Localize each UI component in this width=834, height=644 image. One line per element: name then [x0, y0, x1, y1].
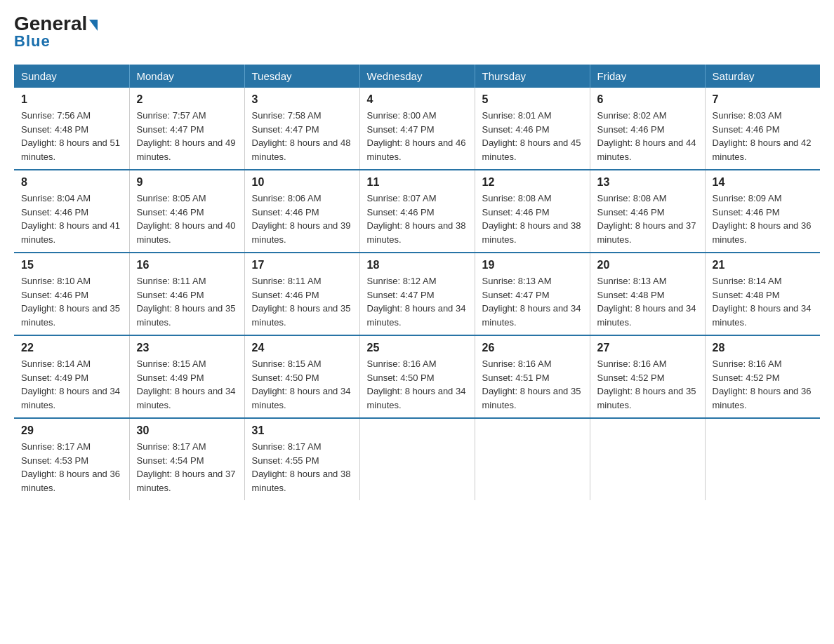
day-info: Sunrise: 8:09 AMSunset: 4:46 PMDaylight:… — [713, 192, 814, 246]
day-number: 5 — [482, 93, 583, 106]
day-number: 27 — [597, 342, 698, 354]
day-cell: 26Sunrise: 8:16 AMSunset: 4:51 PMDayligh… — [475, 335, 590, 418]
day-info: Sunrise: 8:00 AMSunset: 4:47 PMDaylight:… — [367, 109, 468, 163]
day-number: 31 — [252, 424, 352, 437]
day-cell: 12Sunrise: 8:08 AMSunset: 4:46 PMDayligh… — [475, 170, 590, 253]
day-info: Sunrise: 8:07 AMSunset: 4:46 PMDaylight:… — [367, 192, 468, 246]
week-row-2: 8Sunrise: 8:04 AMSunset: 4:46 PMDaylight… — [14, 170, 820, 253]
day-info: Sunrise: 8:03 AMSunset: 4:46 PMDaylight:… — [713, 109, 814, 163]
day-cell: 27Sunrise: 8:16 AMSunset: 4:52 PMDayligh… — [590, 335, 705, 418]
day-info: Sunrise: 8:08 AMSunset: 4:46 PMDaylight:… — [597, 192, 698, 246]
day-cell: 21Sunrise: 8:14 AMSunset: 4:48 PMDayligh… — [705, 253, 820, 335]
day-number: 26 — [482, 342, 583, 354]
day-info: Sunrise: 8:16 AMSunset: 4:52 PMDaylight:… — [597, 357, 698, 412]
day-cell: 18Sunrise: 8:12 AMSunset: 4:47 PMDayligh… — [359, 253, 475, 335]
day-info: Sunrise: 8:05 AMSunset: 4:46 PMDaylight:… — [137, 192, 237, 246]
day-cell: 24Sunrise: 8:15 AMSunset: 4:50 PMDayligh… — [244, 335, 359, 418]
col-header-tuesday: Tuesday — [244, 65, 359, 88]
day-number: 29 — [21, 424, 122, 437]
day-number: 9 — [137, 176, 237, 189]
day-number: 28 — [713, 342, 814, 354]
day-cell — [359, 418, 475, 500]
day-number: 1 — [21, 93, 122, 106]
col-header-sunday: Sunday — [14, 65, 129, 88]
col-header-friday: Friday — [590, 65, 705, 88]
day-cell: 20Sunrise: 8:13 AMSunset: 4:48 PMDayligh… — [590, 253, 705, 335]
day-number: 8 — [21, 176, 122, 189]
day-number: 24 — [252, 342, 352, 354]
day-cell: 2Sunrise: 7:57 AMSunset: 4:47 PMDaylight… — [129, 88, 244, 170]
day-cell: 11Sunrise: 8:07 AMSunset: 4:46 PMDayligh… — [359, 170, 475, 253]
day-cell: 28Sunrise: 8:16 AMSunset: 4:52 PMDayligh… — [705, 335, 820, 418]
day-info: Sunrise: 8:11 AMSunset: 4:46 PMDaylight:… — [252, 274, 352, 329]
logo-line2: Blue — [14, 32, 51, 51]
day-cell: 8Sunrise: 8:04 AMSunset: 4:46 PMDaylight… — [14, 170, 129, 253]
day-number: 23 — [137, 342, 237, 354]
day-number: 12 — [482, 176, 583, 189]
day-cell: 6Sunrise: 8:02 AMSunset: 4:46 PMDaylight… — [590, 88, 705, 170]
day-cell: 10Sunrise: 8:06 AMSunset: 4:46 PMDayligh… — [244, 170, 359, 253]
day-info: Sunrise: 8:17 AMSunset: 4:55 PMDaylight:… — [252, 440, 352, 495]
day-number: 10 — [252, 176, 352, 189]
day-number: 7 — [713, 93, 814, 106]
day-cell: 9Sunrise: 8:05 AMSunset: 4:46 PMDaylight… — [129, 170, 244, 253]
day-number: 11 — [367, 176, 468, 189]
logo-line1: General — [14, 14, 98, 34]
day-cell — [705, 418, 820, 500]
day-cell — [590, 418, 705, 500]
day-cell: 23Sunrise: 8:15 AMSunset: 4:49 PMDayligh… — [129, 335, 244, 418]
day-info: Sunrise: 8:13 AMSunset: 4:47 PMDaylight:… — [482, 274, 583, 329]
day-info: Sunrise: 8:12 AMSunset: 4:47 PMDaylight:… — [367, 274, 468, 329]
day-info: Sunrise: 8:17 AMSunset: 4:54 PMDaylight:… — [137, 440, 237, 495]
week-row-4: 22Sunrise: 8:14 AMSunset: 4:49 PMDayligh… — [14, 335, 820, 418]
day-info: Sunrise: 8:10 AMSunset: 4:46 PMDaylight:… — [21, 274, 122, 329]
day-number: 21 — [713, 259, 814, 271]
day-cell: 1Sunrise: 7:56 AMSunset: 4:48 PMDaylight… — [14, 88, 129, 170]
logo: General Blue — [14, 14, 98, 51]
day-info: Sunrise: 8:16 AMSunset: 4:52 PMDaylight:… — [713, 357, 814, 412]
day-number: 13 — [597, 176, 698, 189]
day-info: Sunrise: 8:14 AMSunset: 4:49 PMDaylight:… — [21, 357, 122, 412]
day-cell: 7Sunrise: 8:03 AMSunset: 4:46 PMDaylight… — [705, 88, 820, 170]
day-number: 30 — [137, 424, 237, 437]
day-info: Sunrise: 8:15 AMSunset: 4:50 PMDaylight:… — [252, 357, 352, 412]
day-number: 18 — [367, 259, 468, 271]
day-info: Sunrise: 7:57 AMSunset: 4:47 PMDaylight:… — [137, 109, 237, 163]
col-header-monday: Monday — [129, 65, 244, 88]
day-info: Sunrise: 8:01 AMSunset: 4:46 PMDaylight:… — [482, 109, 583, 163]
day-cell: 16Sunrise: 8:11 AMSunset: 4:46 PMDayligh… — [129, 253, 244, 335]
week-row-3: 15Sunrise: 8:10 AMSunset: 4:46 PMDayligh… — [14, 253, 820, 335]
day-cell: 30Sunrise: 8:17 AMSunset: 4:54 PMDayligh… — [129, 418, 244, 500]
day-cell: 22Sunrise: 8:14 AMSunset: 4:49 PMDayligh… — [14, 335, 129, 418]
day-number: 20 — [597, 259, 698, 271]
day-number: 14 — [713, 176, 814, 189]
day-cell: 19Sunrise: 8:13 AMSunset: 4:47 PMDayligh… — [475, 253, 590, 335]
day-info: Sunrise: 8:14 AMSunset: 4:48 PMDaylight:… — [713, 274, 814, 329]
day-number: 15 — [21, 259, 122, 271]
day-cell: 13Sunrise: 8:08 AMSunset: 4:46 PMDayligh… — [590, 170, 705, 253]
day-cell: 31Sunrise: 8:17 AMSunset: 4:55 PMDayligh… — [244, 418, 359, 500]
day-cell: 14Sunrise: 8:09 AMSunset: 4:46 PMDayligh… — [705, 170, 820, 253]
week-row-5: 29Sunrise: 8:17 AMSunset: 4:53 PMDayligh… — [14, 418, 820, 500]
day-number: 16 — [137, 259, 237, 271]
day-info: Sunrise: 8:13 AMSunset: 4:48 PMDaylight:… — [597, 274, 698, 329]
day-info: Sunrise: 8:16 AMSunset: 4:51 PMDaylight:… — [482, 357, 583, 412]
day-number: 2 — [137, 93, 237, 106]
day-cell — [475, 418, 590, 500]
day-cell: 15Sunrise: 8:10 AMSunset: 4:46 PMDayligh… — [14, 253, 129, 335]
day-info: Sunrise: 7:56 AMSunset: 4:48 PMDaylight:… — [21, 109, 122, 163]
day-info: Sunrise: 8:16 AMSunset: 4:50 PMDaylight:… — [367, 357, 468, 412]
day-cell: 4Sunrise: 8:00 AMSunset: 4:47 PMDaylight… — [359, 88, 475, 170]
day-cell: 17Sunrise: 8:11 AMSunset: 4:46 PMDayligh… — [244, 253, 359, 335]
day-number: 17 — [252, 259, 352, 271]
day-number: 25 — [367, 342, 468, 354]
col-header-saturday: Saturday — [705, 65, 820, 88]
col-header-thursday: Thursday — [475, 65, 590, 88]
calendar-table: SundayMondayTuesdayWednesdayThursdayFrid… — [14, 65, 820, 500]
day-info: Sunrise: 8:17 AMSunset: 4:53 PMDaylight:… — [21, 440, 122, 495]
day-cell: 29Sunrise: 8:17 AMSunset: 4:53 PMDayligh… — [14, 418, 129, 500]
day-info: Sunrise: 8:15 AMSunset: 4:49 PMDaylight:… — [137, 357, 237, 412]
day-cell: 25Sunrise: 8:16 AMSunset: 4:50 PMDayligh… — [359, 335, 475, 418]
page-header: General Blue — [14, 14, 820, 51]
day-number: 19 — [482, 259, 583, 271]
